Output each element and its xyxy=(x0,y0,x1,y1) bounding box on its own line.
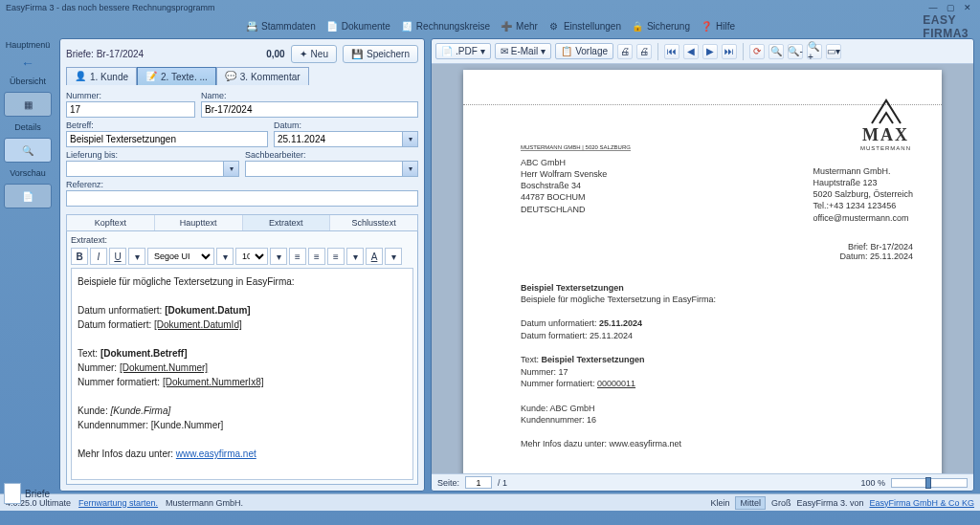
save-button[interactable]: 💾Speichern xyxy=(343,45,418,63)
sidenav-details[interactable]: 🔍 xyxy=(4,138,52,163)
datum-input[interactable] xyxy=(274,131,403,147)
letter-logo: MAX MUSTERMANN xyxy=(860,97,911,151)
fernwartung-link[interactable]: Fernwartung starten. xyxy=(78,498,158,508)
nummer-label: Nummer: xyxy=(66,91,195,100)
vendor-link[interactable]: EasyFirma GmbH & Co KG xyxy=(869,498,974,508)
form-tabs: 👤1. Kunde 📝2. Texte. ... 💬3. Kommentar xyxy=(66,67,418,85)
easyfirma-link[interactable]: www.easyfirma.net xyxy=(176,448,256,459)
page-icon: 📄 xyxy=(22,191,33,202)
menu-dokumente[interactable]: 📄Dokumente xyxy=(325,19,390,33)
menu-rechnungskreise[interactable]: 🧾Rechnungskreise xyxy=(400,19,490,33)
refresh-button[interactable]: ⟳ xyxy=(749,44,765,59)
zoom-label: 100 % xyxy=(860,478,885,488)
size-klein[interactable]: Klein xyxy=(710,498,729,508)
invoice-icon: 🧾 xyxy=(400,19,413,33)
font-select[interactable]: Segoe UI xyxy=(147,248,214,265)
sidenav-uebersicht[interactable]: ▦ xyxy=(4,92,52,117)
last-page-button[interactable]: ⏭ xyxy=(722,44,737,59)
datum-dropdown[interactable]: ▾ xyxy=(403,131,418,147)
person-icon: 👤 xyxy=(75,71,86,82)
editor-label: Extratext: xyxy=(71,235,413,245)
side-nav: Hauptmenü ← Übersicht ▦ Details 🔍 Vorsch… xyxy=(0,36,56,493)
email-button[interactable]: ✉E-Mail▾ xyxy=(495,43,551,59)
close-icon[interactable]: ✕ xyxy=(961,3,974,12)
name-label: Name: xyxy=(201,91,418,100)
align-left-button[interactable]: ≡ xyxy=(289,248,306,265)
company-address: Mustermann GmbH. Hauptstraße 123 5020 Sa… xyxy=(813,165,913,224)
template-icon: 📋 xyxy=(561,46,572,56)
nummer-input[interactable] xyxy=(66,101,195,118)
lieferung-input[interactable] xyxy=(66,161,224,177)
page-layout-button[interactable]: ▭▾ xyxy=(826,44,841,59)
toolbar-dd2[interactable]: ▾ xyxy=(216,248,234,265)
next-page-button[interactable]: ▶ xyxy=(702,44,718,59)
toolbar-dd3[interactable]: ▾ xyxy=(270,248,287,265)
pdf-button[interactable]: 📄.PDF▾ xyxy=(435,43,491,59)
menu-sicherung[interactable]: 🔒Sicherung xyxy=(631,19,690,33)
first-page-button[interactable]: ⏮ xyxy=(664,44,679,59)
font-color-button[interactable]: A xyxy=(366,248,383,265)
subtab-schlusstext[interactable]: Schlusstext xyxy=(330,215,417,230)
back-arrow-icon[interactable]: ← xyxy=(4,55,52,71)
sidenav-vorschau[interactable]: 📄 xyxy=(4,184,52,208)
quick-print-button[interactable]: 🖨 xyxy=(636,44,652,59)
editor-textarea[interactable]: Beispiele für mögliche Textersetzung in … xyxy=(71,268,413,480)
betreff-input[interactable] xyxy=(66,131,268,147)
menu-einstellungen[interactable]: ⚙Einstellungen xyxy=(547,19,621,33)
subtab-haupttext[interactable]: Haupttext xyxy=(155,215,243,230)
text-subtabs: Kopftext Haupttext Extratext Schlusstext xyxy=(66,214,418,231)
zoom-fit-button[interactable]: 🔍 xyxy=(768,44,784,59)
tab-kunde[interactable]: 👤1. Kunde xyxy=(66,67,137,85)
page-number-input[interactable] xyxy=(465,476,492,489)
tab-kommentar[interactable]: 💬3. Kommentar xyxy=(216,67,309,85)
menu-mehr[interactable]: ➕Mehr xyxy=(500,19,538,33)
subtab-extratext[interactable]: Extratext xyxy=(243,215,331,230)
editor-toolbar: B I U ▾ Segoe UI ▾ 10 ▾ ≡ ≡ ≡ ▾ A ▾ xyxy=(71,248,413,265)
bold-button[interactable]: B xyxy=(71,248,88,265)
underline-button[interactable]: U xyxy=(109,248,126,265)
lieferung-dropdown[interactable]: ▾ xyxy=(224,161,239,177)
italic-button[interactable]: I xyxy=(90,248,107,265)
amount: 0,00 xyxy=(266,49,284,59)
mail-icon: ✉ xyxy=(501,46,508,56)
align-center-button[interactable]: ≡ xyxy=(308,248,325,265)
preview-toolbar: 📄.PDF▾ ✉E-Mail▾ 📋Vorlage 🖨 🖨 ⏮ ◀ ▶ ⏭ ⟳ 🔍… xyxy=(432,39,973,64)
sach-input[interactable] xyxy=(245,161,403,177)
subtab-kopftext[interactable]: Kopftext xyxy=(67,215,155,230)
sidenav-label-uebersicht: Übersicht xyxy=(4,77,52,86)
minimize-icon[interactable]: — xyxy=(926,3,940,12)
referenz-input[interactable] xyxy=(66,190,418,207)
menu-stammdaten[interactable]: 📇Stammdaten xyxy=(245,19,316,33)
title-bar: EasyFirma 3 - das noch bessere Rechnungs… xyxy=(0,0,980,15)
page-small-icon xyxy=(4,483,21,504)
zoom-slider[interactable] xyxy=(891,478,968,488)
size-mittel[interactable]: Mittel xyxy=(735,496,766,510)
new-button[interactable]: ✦Neu xyxy=(291,45,337,63)
breadcrumb: Briefe: Br-17/2024 xyxy=(66,49,144,59)
chevron-down-icon: ▾ xyxy=(480,46,485,56)
sach-dropdown[interactable]: ▾ xyxy=(403,161,418,177)
prev-page-button[interactable]: ◀ xyxy=(683,44,699,59)
toolbar-dd4[interactable]: ▾ xyxy=(346,248,364,265)
size-select[interactable]: 10 xyxy=(235,248,268,265)
disk-icon: 💾 xyxy=(351,49,363,59)
help-icon: ❓ xyxy=(700,19,713,33)
name-input[interactable] xyxy=(201,101,418,118)
toolbar-dd5[interactable]: ▾ xyxy=(385,248,402,265)
lock-icon: 🔒 xyxy=(631,19,644,33)
toolbar-dd1[interactable]: ▾ xyxy=(128,248,145,265)
print-button[interactable]: 🖨 xyxy=(617,44,633,59)
zoom-in-button[interactable]: 🔍+ xyxy=(807,44,822,59)
maximize-icon[interactable]: ▢ xyxy=(944,3,957,12)
card-icon: 📇 xyxy=(245,19,258,33)
editor: Extratext: B I U ▾ Segoe UI ▾ 10 ▾ ≡ ≡ ≡… xyxy=(66,231,418,485)
grid-icon: ▦ xyxy=(24,99,33,110)
text-icon: 📝 xyxy=(145,71,157,82)
menu-hilfe[interactable]: ❓Hilfe xyxy=(700,19,735,33)
tab-texte[interactable]: 📝2. Texte. ... xyxy=(137,67,216,85)
zoom-out-button[interactable]: 🔍- xyxy=(788,44,803,59)
preview-body[interactable]: MAX MUSTERMANN Mustermann GmbH. Hauptstr… xyxy=(432,64,973,473)
vorlage-button[interactable]: 📋Vorlage xyxy=(555,43,613,59)
size-gross[interactable]: Groß xyxy=(771,498,791,508)
align-right-button[interactable]: ≡ xyxy=(327,248,345,265)
